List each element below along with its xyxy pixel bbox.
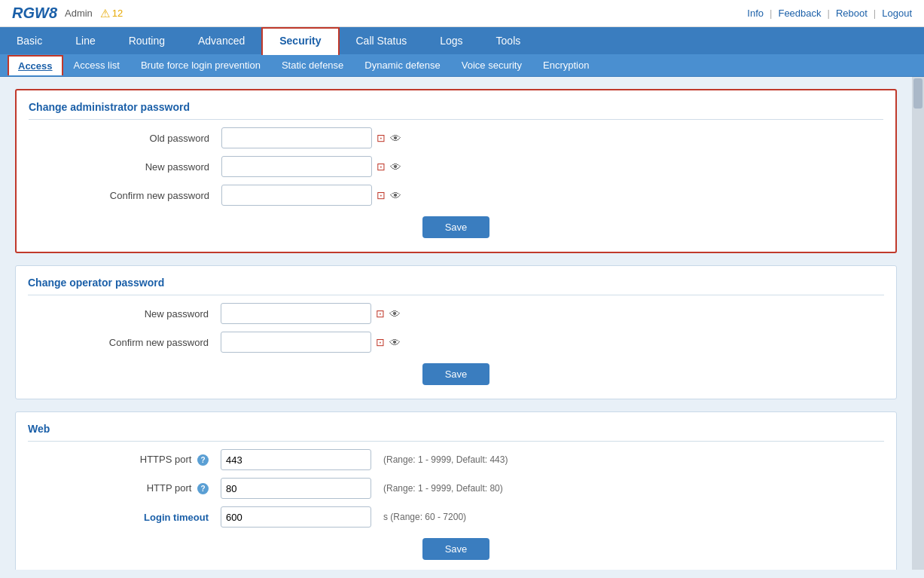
- web-save-button[interactable]: Save: [422, 538, 490, 560]
- web-save-row: Save: [28, 538, 884, 560]
- warning-icon: ⚠: [100, 7, 110, 20]
- confirm-password-input[interactable]: [221, 185, 372, 206]
- op-confirm-password-row: Confirm new password ⊡ 👁: [28, 332, 884, 353]
- https-port-hint: (Range: 1 - 9999, Default: 443): [383, 454, 508, 465]
- confirm-password-eye-icon[interactable]: 👁: [390, 189, 401, 202]
- new-password-eye-icon[interactable]: 👁: [390, 161, 401, 173]
- nav-tools[interactable]: Tools: [480, 27, 538, 54]
- subnav-encryption[interactable]: Encryption: [532, 54, 599, 76]
- op-confirm-password-eye-icon[interactable]: 👁: [389, 336, 401, 349]
- new-password-input[interactable]: [221, 156, 372, 177]
- op-new-password-clear-icon[interactable]: ⊡: [376, 307, 385, 320]
- https-port-help-icon[interactable]: ?: [197, 454, 209, 466]
- logout-link[interactable]: Logout: [882, 8, 912, 19]
- old-password-clear-icon[interactable]: ⊡: [377, 132, 386, 144]
- login-timeout-label: Login timeout: [73, 512, 209, 523]
- old-password-label: Old password: [74, 133, 209, 144]
- old-password-input[interactable]: [221, 127, 372, 148]
- http-port-row: HTTP port ? (Range: 1 - 9999, Default: 8…: [28, 478, 884, 499]
- new-password-group: ⊡ 👁: [221, 156, 401, 177]
- confirm-password-clear-icon[interactable]: ⊡: [377, 189, 386, 201]
- divider2: |: [828, 8, 830, 19]
- confirm-password-row: Confirm new password ⊡ 👁: [29, 185, 883, 206]
- login-timeout-hint: s (Range: 60 - 7200): [383, 512, 466, 522]
- admin-save-button[interactable]: Save: [422, 216, 490, 238]
- http-port-group: (Range: 1 - 9999, Default: 80): [221, 478, 503, 499]
- admin-save-row: Save: [29, 216, 883, 238]
- https-port-input[interactable]: [221, 449, 371, 470]
- nav-logs[interactable]: Logs: [423, 27, 479, 54]
- old-password-row: Old password ⊡ 👁: [29, 127, 883, 148]
- op-confirm-password-input[interactable]: [221, 332, 371, 353]
- admin-section-title: Change administrator password: [29, 101, 883, 120]
- op-new-password-input[interactable]: [221, 303, 371, 324]
- subnav-access-list[interactable]: Access list: [63, 54, 130, 76]
- http-port-label: HTTP port ?: [73, 482, 209, 494]
- warning-badge[interactable]: ⚠ 12: [100, 7, 123, 20]
- nav-line[interactable]: Line: [59, 27, 111, 54]
- scroll-thumb[interactable]: [913, 78, 922, 109]
- nav-security[interactable]: Security: [261, 27, 339, 55]
- nav-basic[interactable]: Basic: [0, 27, 59, 54]
- web-section-title: Web: [28, 423, 884, 442]
- reboot-link[interactable]: Reboot: [836, 8, 868, 19]
- http-port-input[interactable]: [221, 478, 371, 499]
- top-bar-right: Info | Feedback | Reboot | Logout: [747, 8, 912, 19]
- login-timeout-input[interactable]: [221, 506, 371, 528]
- top-bar: RGW8 Admin ⚠ 12 Info | Feedback | Reboot…: [0, 0, 924, 27]
- http-port-hint: (Range: 1 - 9999, Default: 80): [383, 483, 503, 494]
- confirm-password-group: ⊡ 👁: [221, 185, 401, 206]
- operator-save-row: Save: [28, 363, 884, 385]
- op-confirm-password-group: ⊡ 👁: [221, 332, 401, 353]
- op-new-password-eye-icon[interactable]: 👁: [389, 307, 401, 320]
- confirm-password-label: Confirm new password: [74, 190, 209, 201]
- subnav-dynamic-defense[interactable]: Dynamic defense: [354, 54, 450, 76]
- login-timeout-group: s (Range: 60 - 7200): [221, 506, 466, 528]
- admin-label: Admin: [65, 8, 93, 19]
- main-nav: Basic Line Routing Advanced Security Cal…: [0, 27, 924, 54]
- info-link[interactable]: Info: [747, 8, 764, 19]
- op-confirm-password-clear-icon[interactable]: ⊡: [376, 336, 385, 348]
- nav-advanced[interactable]: Advanced: [181, 27, 261, 54]
- subnav-access[interactable]: Access: [8, 55, 63, 75]
- op-new-password-row: New password ⊡ 👁: [28, 303, 884, 324]
- nav-routing[interactable]: Routing: [112, 27, 181, 54]
- login-timeout-row: Login timeout s (Range: 60 - 7200): [28, 506, 884, 528]
- app-logo: RGW8: [12, 5, 57, 22]
- main-content: Change administrator password Old passwo…: [0, 77, 912, 570]
- warning-count: 12: [112, 8, 123, 19]
- operator-save-button[interactable]: Save: [422, 363, 490, 385]
- operator-password-section: Change operator password New password ⊡ …: [15, 265, 897, 399]
- old-password-eye-icon[interactable]: 👁: [390, 132, 401, 145]
- subnav-brute-force[interactable]: Brute force login prevention: [130, 54, 271, 76]
- web-section: Web HTTPS port ? (Range: 1 - 9999, Defau…: [15, 411, 897, 570]
- https-port-group: (Range: 1 - 9999, Default: 443): [221, 449, 508, 470]
- new-password-label: New password: [74, 161, 209, 173]
- op-confirm-password-label: Confirm new password: [73, 337, 209, 348]
- https-port-row: HTTPS port ? (Range: 1 - 9999, Default: …: [28, 449, 884, 470]
- subnav-voice-security[interactable]: Voice security: [451, 54, 532, 76]
- top-bar-left: RGW8 Admin ⚠ 12: [12, 5, 123, 22]
- feedback-link[interactable]: Feedback: [778, 8, 821, 19]
- scrollbar[interactable]: [912, 77, 924, 570]
- content-area: Change administrator password Old passwo…: [0, 77, 924, 570]
- nav-call-status[interactable]: Call Status: [340, 27, 424, 54]
- op-new-password-group: ⊡ 👁: [221, 303, 401, 324]
- old-password-group: ⊡ 👁: [221, 127, 401, 148]
- admin-password-section: Change administrator password Old passwo…: [15, 89, 897, 253]
- op-new-password-label: New password: [73, 308, 209, 320]
- operator-section-title: Change operator password: [28, 277, 884, 295]
- divider1: |: [770, 8, 772, 19]
- new-password-row: New password ⊡ 👁: [29, 156, 883, 177]
- sub-nav: Access Access list Brute force login pre…: [0, 54, 924, 77]
- https-port-label: HTTPS port ?: [73, 454, 209, 466]
- new-password-clear-icon[interactable]: ⊡: [377, 161, 386, 173]
- divider3: |: [874, 8, 876, 19]
- http-port-help-icon[interactable]: ?: [197, 483, 209, 494]
- subnav-static-defense[interactable]: Static defense: [271, 54, 354, 76]
